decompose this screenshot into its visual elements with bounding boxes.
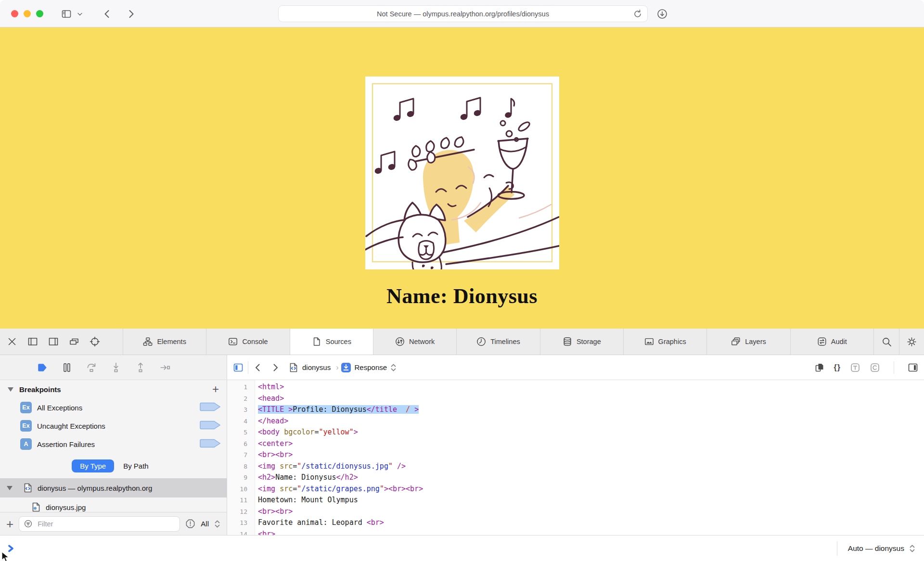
breakpoints-toggle-icon[interactable] [37, 362, 48, 373]
add-resource-button[interactable]: + [6, 518, 13, 530]
undock-icon[interactable] [69, 336, 79, 347]
tab-console[interactable]: Console [206, 329, 290, 355]
line-number[interactable]: 14 [227, 529, 251, 536]
devtools-search-button[interactable] [874, 329, 899, 355]
code-line-content[interactable]: <body bgcolor="yellow"> [251, 427, 358, 438]
breadcrumb-view-selector[interactable]: Response [355, 363, 387, 371]
line-number[interactable]: 4 [227, 416, 251, 427]
continue-to-here-icon[interactable] [159, 362, 171, 373]
code-line-content[interactable]: <img src="/static/dionysus.jpg" /> [251, 461, 406, 472]
code-line-content[interactable]: <br><br> [251, 506, 293, 518]
tab-network[interactable]: Network [373, 329, 457, 355]
code-line-content[interactable]: <html> [251, 382, 284, 393]
copy-icon[interactable] [814, 362, 825, 373]
pretty-print-icon[interactable]: {} [834, 363, 841, 372]
code-line-content[interactable]: <TITLE >Profile: Dionysus</title / > [251, 404, 419, 416]
browser-toolbar: Not Secure — olympus.realpython.org/prof… [0, 0, 924, 27]
filter-input[interactable] [37, 520, 175, 528]
tab-layers[interactable]: Layers [707, 329, 790, 355]
reload-icon[interactable] [632, 9, 643, 19]
sidebar-toggle-icon[interactable] [60, 7, 73, 21]
tab-elements[interactable]: Elements [123, 329, 206, 355]
group-by-type-button[interactable]: By Type [72, 459, 114, 472]
view-selector-stepper-icon[interactable] [390, 363, 397, 372]
breakpoint-row[interactable]: ExUncaught Exceptions [0, 417, 227, 435]
back-button[interactable] [101, 7, 114, 21]
resource-tree-root[interactable]: dionysus — olympus.realpython.org [0, 478, 227, 497]
line-number[interactable]: 2 [227, 393, 251, 405]
dock-right-icon[interactable] [48, 336, 59, 347]
tab-graphics[interactable]: Graphics [624, 329, 707, 355]
document-code-icon [23, 483, 33, 493]
code-line-content[interactable]: Favorite animal: Leopard <br> [251, 517, 384, 529]
breadcrumb-separator: › [336, 363, 338, 372]
line-number[interactable]: 3 [227, 404, 251, 416]
code-line-content[interactable]: <h2>Name: Dionysus</h2> [251, 472, 358, 484]
web-page-content: Name: Dionysus [0, 27, 924, 329]
execution-context-selector[interactable]: Auto — dionysus [837, 541, 915, 556]
filter-field[interactable] [19, 516, 180, 532]
step-out-icon[interactable] [135, 362, 146, 373]
step-over-icon[interactable] [86, 362, 97, 373]
group-by-path-button[interactable]: By Path [117, 459, 155, 472]
add-breakpoint-button[interactable]: + [212, 383, 219, 395]
breakpoint-flag-icon[interactable] [199, 402, 221, 414]
devtools-settings-button[interactable] [899, 329, 924, 355]
code-line-content[interactable]: <img src="/static/grapes.png"><br><br> [251, 484, 423, 495]
tab-storage[interactable]: Storage [540, 329, 624, 355]
breakpoints-section-header[interactable]: Breakpoints + [0, 380, 227, 398]
line-number[interactable]: 13 [227, 517, 251, 529]
line-number[interactable]: 5 [227, 427, 251, 438]
minimize-window-button[interactable] [24, 10, 31, 17]
line-number[interactable]: 8 [227, 461, 251, 472]
disclosure-triangle-icon[interactable] [7, 486, 13, 490]
line-number[interactable]: 1 [227, 382, 251, 393]
downloads-button[interactable] [655, 7, 669, 21]
line-number[interactable]: 11 [227, 495, 251, 506]
source-code-panel[interactable]: 1<html>2<head>3<TITLE >Profile: Dionysus… [227, 380, 924, 535]
history-forward-icon[interactable] [270, 362, 281, 373]
code-coverage-icon[interactable] [870, 362, 880, 373]
zoom-window-button[interactable] [36, 10, 43, 17]
pause-script-icon[interactable] [61, 362, 73, 373]
close-devtools-icon[interactable] [7, 336, 17, 347]
step-into-icon[interactable] [110, 362, 122, 373]
code-line-content[interactable]: </head> [251, 416, 288, 427]
scope-selector[interactable]: All [201, 520, 209, 528]
type-profiler-icon[interactable] [850, 362, 860, 373]
code-line-content[interactable]: Hometown: Mount Olympus [251, 495, 358, 506]
line-number[interactable]: 10 [227, 484, 251, 495]
line-number[interactable]: 7 [227, 449, 251, 461]
breakpoint-flag-icon[interactable] [199, 420, 221, 432]
console-prompt-bar[interactable]: Auto — dionysus [0, 535, 924, 561]
tab-audit[interactable]: Audit [791, 329, 874, 355]
resource-tree-item[interactable]: dionysus.jpg [0, 497, 227, 512]
history-back-icon[interactable] [253, 362, 263, 373]
breadcrumb-file-name[interactable]: dionysus [302, 363, 331, 371]
tab-sources[interactable]: Sources [290, 329, 373, 355]
close-window-button[interactable] [11, 10, 18, 17]
breakpoint-row[interactable]: ExAll Exceptions [0, 398, 227, 417]
code-line-content[interactable]: <br> [251, 529, 275, 536]
dock-left-icon[interactable] [27, 336, 38, 347]
chevron-down-icon[interactable] [76, 7, 84, 21]
line-number[interactable]: 9 [227, 472, 251, 484]
disclosure-triangle-icon[interactable] [8, 387, 13, 392]
navigation-sidebar-toggle-icon[interactable] [233, 362, 244, 373]
console-icon [228, 337, 238, 346]
issues-filter-icon[interactable] [185, 519, 195, 529]
response-type-icon [341, 362, 351, 373]
details-sidebar-toggle-icon[interactable] [908, 362, 918, 373]
code-line-content[interactable]: <center> [251, 438, 293, 450]
code-line-content[interactable]: <br><br> [251, 449, 293, 461]
tab-timelines[interactable]: Timelines [457, 329, 540, 355]
breakpoint-row[interactable]: AAssertion Failures [0, 435, 227, 453]
forward-button[interactable] [124, 7, 138, 21]
code-line-content[interactable]: <head> [251, 393, 284, 405]
breakpoint-flag-icon[interactable] [199, 438, 221, 450]
line-number[interactable]: 12 [227, 506, 251, 518]
line-number[interactable]: 6 [227, 438, 251, 450]
element-picker-icon[interactable] [90, 336, 100, 347]
address-bar[interactable]: Not Secure — olympus.realpython.org/prof… [278, 5, 648, 22]
scope-stepper-icon[interactable] [214, 520, 220, 528]
